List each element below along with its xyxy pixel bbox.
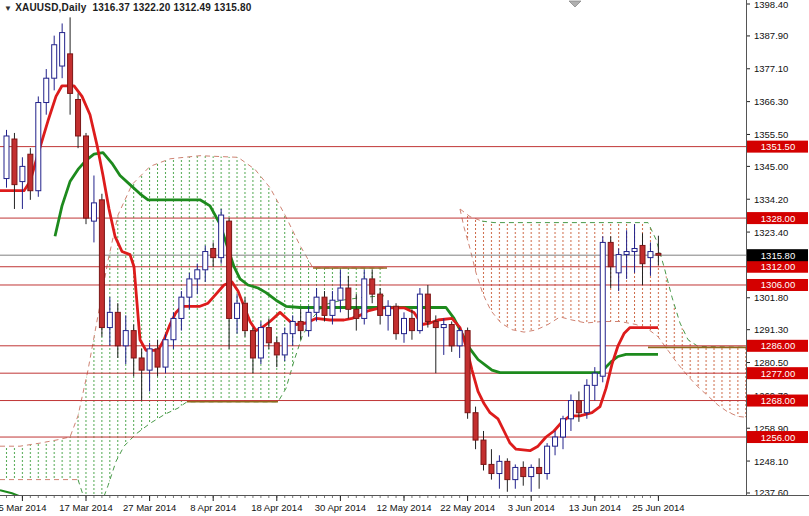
candle xyxy=(20,166,25,181)
price-label-text: 1315.80 xyxy=(761,250,795,261)
candle xyxy=(354,309,359,318)
date-tick-label: 3 Jun 2014 xyxy=(508,502,555,513)
candle xyxy=(529,467,534,476)
candle xyxy=(227,221,232,318)
candle xyxy=(139,358,144,370)
candle xyxy=(616,255,621,273)
candle xyxy=(370,279,375,294)
price-label-text: 1268.00 xyxy=(761,395,795,406)
candle xyxy=(521,467,526,476)
candle xyxy=(155,349,160,367)
price-tick-label: 1398.40 xyxy=(754,0,788,10)
candle xyxy=(163,340,168,367)
candle xyxy=(592,373,597,385)
candle xyxy=(576,401,581,413)
candle xyxy=(250,331,255,358)
candle xyxy=(561,419,566,437)
candle xyxy=(266,328,271,343)
candle xyxy=(465,331,470,413)
price-tick-label: 1377.10 xyxy=(754,63,788,74)
price-tick-label: 1355.50 xyxy=(754,129,788,140)
candle xyxy=(553,437,558,446)
price-tick-label: 1301.80 xyxy=(754,292,788,303)
candle xyxy=(84,136,89,218)
price-label-text: 1306.00 xyxy=(761,279,795,290)
price-label-text: 1351.50 xyxy=(761,141,795,152)
candle xyxy=(123,331,128,346)
candle xyxy=(330,300,335,315)
candle xyxy=(314,297,319,312)
candle xyxy=(545,446,550,473)
price-label-text: 1312.00 xyxy=(761,261,795,272)
candle xyxy=(115,312,120,345)
candle xyxy=(656,253,661,255)
candle xyxy=(219,215,224,258)
candle xyxy=(187,279,192,297)
candle xyxy=(171,318,176,339)
date-tick-label: 30 Apr 2014 xyxy=(315,502,366,513)
candle xyxy=(417,294,422,330)
candle xyxy=(409,318,414,330)
candle xyxy=(203,252,208,270)
date-tick-label: 8 Apr 2014 xyxy=(190,502,236,513)
candle xyxy=(584,385,589,412)
price-tick-label: 1387.90 xyxy=(754,30,788,41)
price-label-text: 1328.00 xyxy=(761,213,795,224)
price-label-text: 1256.00 xyxy=(761,432,795,443)
symbol-ohlc-header: ▼XAUUSD,Daily 1316.37 1322.20 1312.49 13… xyxy=(4,2,252,13)
price-label-text: 1286.00 xyxy=(761,340,795,351)
candle xyxy=(394,306,399,333)
candle xyxy=(211,248,216,257)
chart-window: 1398.401387.901377.101366.301355.501345.… xyxy=(0,0,809,516)
candle xyxy=(489,464,494,473)
candle xyxy=(68,54,73,94)
candle xyxy=(235,303,240,318)
collapse-triangle-icon: ▼ xyxy=(4,4,12,13)
price-label-text: 1277.00 xyxy=(761,368,795,379)
candle xyxy=(537,467,542,473)
date-tick-label: 17 Mar 2014 xyxy=(59,502,112,513)
candle xyxy=(425,294,430,321)
candle xyxy=(44,78,49,102)
candle xyxy=(258,328,263,358)
candle xyxy=(513,467,518,479)
candle xyxy=(386,306,391,315)
price-tick-label: 1291.30 xyxy=(754,324,788,335)
candle xyxy=(322,297,327,315)
candle xyxy=(179,297,184,318)
ohlc-values: 1316.37 1322.20 1312.49 1315.80 xyxy=(92,2,251,13)
date-tick-label: 25 Jun 2014 xyxy=(632,502,684,513)
price-tick-label: 1334.20 xyxy=(754,194,788,205)
candle xyxy=(107,312,112,327)
candle xyxy=(624,252,629,255)
candle xyxy=(441,325,446,328)
candle xyxy=(346,288,351,309)
date-tick-label: 13 Jun 2014 xyxy=(569,502,621,513)
candle xyxy=(481,440,486,464)
price-chart[interactable]: 1398.401387.901377.101366.301355.501345.… xyxy=(0,0,809,516)
candle xyxy=(282,334,287,355)
price-tick-label: 1345.00 xyxy=(754,161,788,172)
candle xyxy=(497,461,502,473)
symbol-timeframe-label: XAUUSD,Daily xyxy=(15,2,86,13)
price-tick-label: 1248.10 xyxy=(754,456,788,467)
candle xyxy=(402,318,407,333)
candle xyxy=(28,154,33,190)
candle xyxy=(457,331,462,346)
candle xyxy=(640,245,645,263)
candle xyxy=(36,103,41,191)
candle xyxy=(195,270,200,279)
candle xyxy=(60,33,65,66)
candle xyxy=(290,321,295,333)
price-tick-label: 1323.40 xyxy=(754,227,788,238)
date-tick-label: 5 Mar 2014 xyxy=(0,502,46,513)
candle xyxy=(473,413,478,440)
candle xyxy=(52,45,57,78)
candle xyxy=(632,248,637,251)
candle xyxy=(298,321,303,330)
candle xyxy=(131,331,136,358)
candle xyxy=(338,288,343,300)
candle xyxy=(91,203,96,221)
candle xyxy=(306,312,311,330)
candle xyxy=(12,139,17,185)
